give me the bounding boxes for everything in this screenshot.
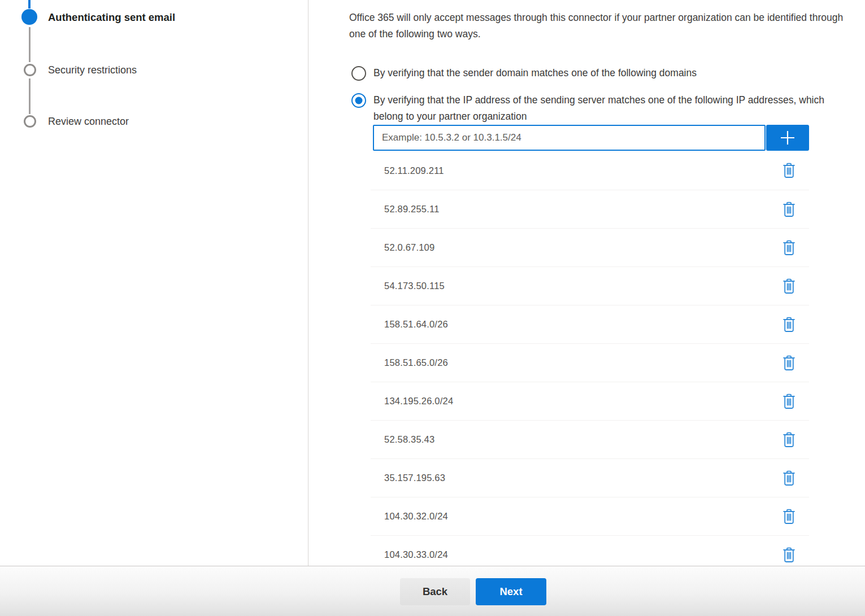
ip-row: 54.173.50.115 (371, 267, 809, 305)
back-button[interactable]: Back (400, 578, 470, 605)
ip-row: 52.11.209.211 (371, 151, 809, 190)
delete-ip-button[interactable] (781, 161, 797, 180)
delete-ip-button[interactable] (781, 508, 797, 526)
plus-icon (779, 129, 797, 147)
delete-ip-button[interactable] (781, 431, 797, 449)
pane-divider (308, 0, 308, 566)
ip-row: 134.195.26.0/24 (371, 382, 809, 420)
ip-row: 158.51.64.0/26 (371, 305, 809, 343)
ip-address: 158.51.64.0/26 (384, 319, 448, 330)
delete-ip-button[interactable] (781, 200, 797, 219)
trash-icon (783, 240, 796, 256)
ip-address: 52.58.35.43 (384, 434, 434, 445)
step-circle-icon (24, 64, 36, 76)
step-active-dot-icon (21, 9, 37, 25)
trash-icon (783, 278, 796, 294)
ip-row: 52.58.35.43 (371, 420, 809, 458)
ip-address-list: 52.11.209.211 52.89.255.11 (371, 151, 809, 566)
delete-ip-button[interactable] (781, 354, 797, 372)
trash-icon (783, 394, 796, 409)
delete-ip-button[interactable] (781, 277, 797, 295)
radio-unselected-icon[interactable] (351, 66, 366, 81)
step-label: Security restrictions (48, 64, 137, 76)
ip-address: 134.195.26.0/24 (384, 396, 453, 407)
ip-address: 52.11.209.211 (384, 165, 444, 176)
add-ip-button[interactable] (766, 125, 809, 151)
step-label: Review connector (48, 116, 129, 128)
trash-icon (783, 202, 796, 217)
delete-ip-button[interactable] (781, 316, 797, 334)
ip-address: 52.0.67.109 (384, 242, 434, 253)
next-button[interactable]: Next (476, 578, 546, 605)
step-circle-icon (24, 115, 36, 128)
radio-option-sender-domain[interactable]: By verifying that the sender domain matc… (351, 66, 697, 81)
radio-option-label: By verifying that the IP address of the … (373, 92, 834, 125)
ip-address: 52.89.255.11 (384, 204, 440, 215)
ip-row: 52.0.67.109 (371, 228, 809, 267)
stepper-line-completed (28, 0, 31, 8)
delete-ip-button[interactable] (781, 239, 797, 257)
delete-ip-button[interactable] (781, 546, 797, 564)
radio-option-ip-address[interactable]: By verifying that the IP address of the … (351, 93, 834, 125)
trash-icon (783, 509, 796, 525)
trash-icon (783, 470, 796, 486)
ip-row: 52.89.255.11 (371, 190, 809, 228)
ip-entry-row (373, 125, 810, 151)
ip-address: 104.30.32.0/24 (384, 511, 448, 522)
wizard-stepper-pane: Authenticating sent email Security restr… (0, 0, 308, 566)
ip-address: 104.30.33.0/24 (384, 549, 448, 560)
trash-icon (783, 355, 796, 371)
step-label: Authenticating sent email (48, 11, 175, 24)
ip-address: 35.157.195.63 (384, 473, 445, 483)
stepper-line (29, 27, 31, 62)
delete-ip-button[interactable] (781, 392, 797, 410)
trash-icon (783, 547, 796, 563)
delete-ip-button[interactable] (781, 469, 797, 487)
ip-row: 104.30.33.0/24 (371, 535, 809, 566)
ip-address: 54.173.50.115 (384, 281, 445, 291)
radio-option-label: By verifying that the sender domain matc… (373, 65, 697, 81)
ip-row: 104.30.32.0/24 (371, 497, 809, 535)
ip-row: 158.51.65.0/26 (371, 343, 809, 382)
connector-wizard-page: Authenticating sent email Security restr… (0, 0, 865, 616)
stepper-line (29, 78, 31, 114)
radio-selected-icon[interactable] (351, 93, 366, 108)
trash-icon (783, 163, 796, 178)
trash-icon (783, 432, 796, 448)
ip-row: 35.157.195.63 (371, 458, 809, 497)
ip-address: 158.51.65.0/26 (384, 357, 448, 368)
main-content: Office 365 will only accept messages thr… (349, 0, 865, 566)
trash-icon (783, 317, 796, 333)
intro-text: Office 365 will only accept messages thr… (349, 10, 862, 42)
ip-address-input[interactable] (373, 125, 766, 151)
